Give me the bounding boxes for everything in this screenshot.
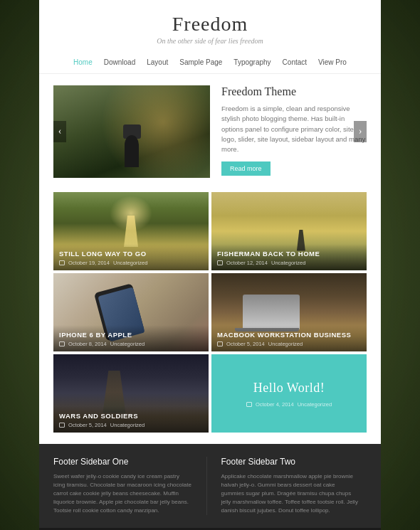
post-fisherman-category: Uncategorized — [271, 260, 305, 266]
post-card-fisherman[interactable]: FISHERMAN BACK TO HOME October 12, 2014 … — [211, 192, 367, 270]
post-card-soldier-title: WARS AND SOLDIERS — [59, 412, 203, 420]
footer-col-two-heading: Footer Sidebar Two — [221, 457, 360, 467]
hero-image-bg — [53, 85, 210, 178]
hero-section: Freedom Theme Freedom is a simple, clean… — [39, 74, 381, 189]
nav-contact[interactable]: Contact — [283, 58, 307, 66]
calendar-icon-4 — [217, 341, 223, 346]
post-card-road-meta: October 19, 2014 Uncategorized — [59, 260, 203, 266]
post-hello-category: Uncategorized — [298, 401, 332, 408]
post-card-soldier[interactable]: WARS AND SOLDIERS October 5, 2014 Uncate… — [53, 354, 209, 433]
post-card-fisherman-overlay: FISHERMAN BACK TO HOME October 12, 2014 … — [211, 244, 367, 270]
nav-view-pro[interactable]: View Pro — [318, 58, 347, 66]
hero-text: Freedom Theme Freedom is a simple, clean… — [221, 85, 367, 178]
post-road-date: October 19, 2014 — [68, 260, 110, 266]
post-card-macbook-title: MACBOOK WORKSTATION BUSINESS — [217, 331, 361, 339]
read-more-button[interactable]: Read more — [221, 161, 271, 176]
site-nav: Home Download Layout Sample Page Typogra… — [39, 51, 381, 74]
post-card-iphone-overlay: IPHONE 6 BY APPLE October 8, 2014 Uncate… — [53, 325, 209, 351]
footer-divider — [206, 457, 207, 515]
slider-prev-arrow[interactable]: ‹ — [53, 121, 66, 142]
post-hello-date: October 4, 2014 — [256, 401, 294, 408]
post-road-category: Uncategorized — [113, 260, 147, 266]
footer-col-one-text: Sweet wafer jelly-o cookie candy ice cre… — [53, 472, 192, 515]
post-card-soldier-overlay: WARS AND SOLDIERS October 5, 2014 Uncate… — [53, 406, 209, 433]
post-card-hello-title: Hello World! — [253, 381, 325, 396]
post-soldier-date: October 5, 2014 — [68, 422, 107, 428]
post-card-hello-meta: October 4, 2014 Uncategorized — [246, 401, 332, 408]
site-tagline: On the other side of fear lies freedom — [46, 37, 374, 45]
post-soldier-category: Uncategorized — [110, 422, 145, 428]
post-card-iphone-meta: October 8, 2014 Uncategorized — [59, 341, 203, 347]
footer-col-two: Footer Sidebar Two Applicake chocolate m… — [214, 457, 367, 515]
calendar-icon-2 — [217, 260, 223, 265]
post-card-road-overlay: STILL LONG WAY TO GO October 19, 2014 Un… — [53, 244, 209, 270]
slider-next-arrow[interactable]: › — [354, 121, 367, 142]
nav-typography[interactable]: Typography — [233, 58, 271, 66]
site-footer: Footer Sidebar One Sweet wafer jelly-o c… — [39, 444, 381, 528]
nav-sample-page[interactable]: Sample Page — [179, 58, 222, 66]
post-card-road-title: STILL LONG WAY TO GO — [59, 250, 203, 258]
calendar-icon-6 — [246, 402, 252, 407]
nav-layout[interactable]: Layout — [147, 58, 168, 66]
post-iphone-category: Uncategorized — [110, 341, 145, 347]
hero-wrapper: Freedom Theme Freedom is a simple, clean… — [39, 74, 381, 189]
post-fisherman-date: October 12, 2014 — [226, 260, 268, 266]
site-title: Freedom — [46, 13, 374, 36]
calendar-icon-3 — [59, 341, 65, 346]
post-iphone-date: October 8, 2014 — [68, 341, 107, 347]
post-card-iphone-title: IPHONE 6 BY APPLE — [59, 331, 203, 339]
hero-description: Freedom is a simple, clean and responsiv… — [221, 104, 367, 154]
post-card-road[interactable]: STILL LONG WAY TO GO October 19, 2014 Un… — [53, 192, 209, 270]
main-container: Freedom On the other side of fear lies f… — [39, 0, 381, 530]
post-macbook-category: Uncategorized — [268, 341, 303, 347]
post-card-macbook-meta: October 5, 2014 Uncategorized — [217, 341, 361, 347]
site-header: Freedom On the other side of fear lies f… — [39, 0, 381, 51]
post-macbook-date: October 5, 2014 — [226, 341, 265, 347]
hero-heading: Freedom Theme — [221, 85, 367, 98]
post-card-fisherman-title: FISHERMAN BACK TO HOME — [217, 250, 361, 258]
calendar-icon-5 — [59, 423, 65, 428]
footer-col-one-heading: Footer Sidebar One — [53, 457, 192, 467]
nav-download[interactable]: Download — [104, 58, 135, 66]
post-card-hello[interactable]: Hello World! October 4, 2014 Uncategoriz… — [211, 354, 367, 433]
calendar-icon — [59, 260, 65, 265]
post-card-iphone[interactable]: IPHONE 6 BY APPLE October 8, 2014 Uncate… — [53, 273, 209, 351]
hero-image — [53, 85, 210, 178]
post-card-hello-overlay: Hello World! October 4, 2014 Uncategoriz… — [211, 354, 367, 433]
footer-col-two-text: Applicake chocolate marshmallow apple pi… — [221, 472, 360, 515]
posts-grid: STILL LONG WAY TO GO October 19, 2014 Un… — [39, 189, 381, 444]
footer-col-one: Footer Sidebar One Sweet wafer jelly-o c… — [53, 457, 199, 515]
post-card-soldier-meta: October 5, 2014 Uncategorized — [59, 422, 203, 428]
post-card-fisherman-meta: October 12, 2014 Uncategorized — [217, 260, 361, 266]
post-card-macbook-overlay: MACBOOK WORKSTATION BUSINESS October 5, … — [211, 325, 367, 351]
nav-home[interactable]: Home — [73, 58, 93, 66]
post-card-macbook[interactable]: MACBOOK WORKSTATION BUSINESS October 5, … — [211, 273, 367, 351]
